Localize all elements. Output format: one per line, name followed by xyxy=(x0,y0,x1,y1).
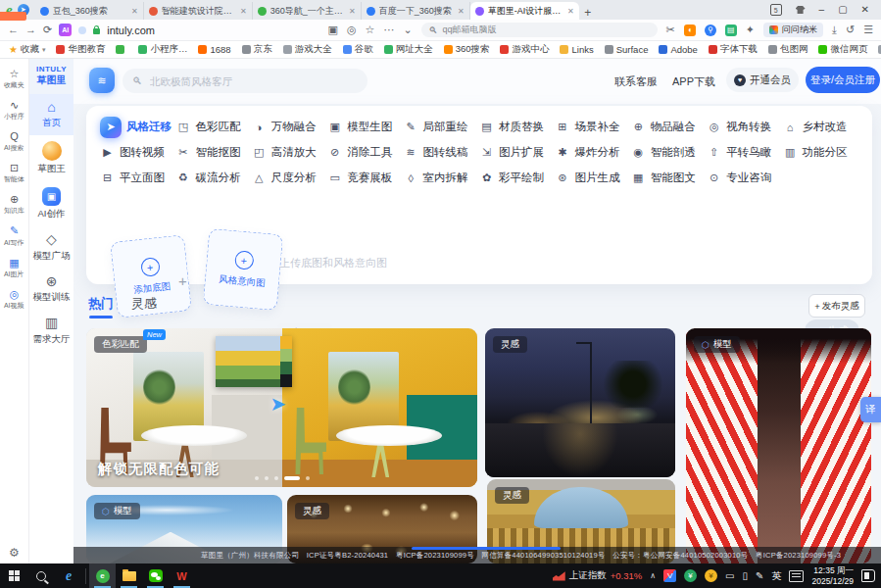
bookmarks-favorites[interactable]: ★ 收藏 ▾ xyxy=(9,43,45,56)
tool-item-18[interactable]: ◉ 智能剖透 xyxy=(631,142,707,163)
tray-device-icon[interactable]: ▯ xyxy=(743,570,749,581)
forward-icon[interactable]: → xyxy=(25,24,36,35)
rail-item[interactable]: ☆ 收藏夹 xyxy=(3,68,25,90)
publish-button[interactable]: + 发布灵感 xyxy=(808,294,865,318)
ie-button[interactable]: e xyxy=(55,564,82,588)
omni-search[interactable]: 🔍︎ qq邮箱电脑版 xyxy=(421,23,658,37)
tool-item-4[interactable]: ▣ 模型生图 xyxy=(327,117,403,137)
bookmark-item[interactable]: 1688 xyxy=(198,44,230,55)
favorite-star-icon[interactable]: ☆ xyxy=(366,24,375,35)
bookmark-item[interactable]: Surface xyxy=(605,44,649,55)
dropdown-caret-icon[interactable]: ⌄ xyxy=(403,24,412,35)
card-inspiration-night[interactable]: 灵感 xyxy=(485,328,675,477)
bookmark-item[interactable]: Links xyxy=(560,44,593,55)
tool-item-14[interactable]: ⊘ 消除工具 xyxy=(327,142,403,163)
input-language[interactable]: 英 xyxy=(771,569,781,583)
app-wps[interactable]: W xyxy=(169,564,195,588)
browser-tab-4[interactable]: 百度一下_360搜索 ✕ xyxy=(362,2,470,20)
theme-skin-icon[interactable] xyxy=(796,6,806,14)
filter-button[interactable]: ≋ xyxy=(89,68,115,93)
tab-hot[interactable]: 热门 xyxy=(88,295,114,313)
start-button[interactable] xyxy=(0,564,27,588)
gamepad-icon[interactable]: ◖ xyxy=(684,24,696,36)
tool-item-13[interactable]: ◰ 高清放大 xyxy=(252,142,327,163)
tool-item-3[interactable]: ◑ 万物融合 xyxy=(252,117,327,137)
taskbar-search-button[interactable] xyxy=(27,564,55,588)
tab-close-icon[interactable]: ✕ xyxy=(240,7,247,16)
browser-tab-1[interactable]: 豆包_360搜索 ✕ xyxy=(35,2,144,20)
magnifier-icon[interactable]: ⚲ xyxy=(705,24,716,36)
tool-item-8[interactable]: ⊕ 物品融合 xyxy=(631,117,707,137)
gear-icon[interactable]: ⚙ xyxy=(9,546,20,560)
app-wechat[interactable] xyxy=(142,564,169,588)
sidebar-item-model-training[interactable]: ⊛ 模型训练 xyxy=(29,269,73,310)
stock-ticker[interactable]: 上证指数 +0.31% xyxy=(553,569,643,582)
tray-pen-icon[interactable]: ✎ xyxy=(756,570,763,581)
tab-close-icon[interactable]: ✕ xyxy=(567,7,574,16)
notes-icon[interactable]: ▤ xyxy=(725,24,737,36)
lock-icon[interactable] xyxy=(93,28,100,34)
sidebar-item-ai-create[interactable]: ▣ AI创作 xyxy=(29,181,73,226)
taskbar-clock[interactable]: 12:35 周一 2025/12/29 xyxy=(811,565,854,586)
bookmark-item[interactable]: 字体下载 xyxy=(709,43,758,56)
tray-monitor-icon[interactable]: ▭ xyxy=(725,570,734,581)
promo-badge[interactable] xyxy=(0,12,26,21)
tool-item-12[interactable]: ✂ 智能抠图 xyxy=(175,142,251,163)
bookmark-item[interactable]: Adobe xyxy=(659,44,697,55)
bookmark-item[interactable] xyxy=(116,45,127,54)
bookmark-item[interactable]: 小程序… xyxy=(138,43,187,56)
screenshot-icon[interactable]: ▣ xyxy=(327,24,337,35)
ai-assistant-button[interactable]: 问问纳米 xyxy=(763,23,823,37)
close-button[interactable]: ✕ xyxy=(861,5,869,15)
rail-item[interactable]: ▦ AI图片 xyxy=(3,257,24,279)
url-text[interactable]: intuly.com xyxy=(107,24,155,36)
maximize-button[interactable]: ▢ xyxy=(838,5,847,15)
rail-item[interactable]: ⊕ 知识库 xyxy=(3,193,25,216)
bookmark-item[interactable]: 包图网 xyxy=(768,43,808,56)
more-icon[interactable]: ⋯ xyxy=(383,24,394,35)
back-icon[interactable]: ← xyxy=(8,24,19,35)
minimize-button[interactable]: – xyxy=(819,5,825,15)
tool-item-2[interactable]: ◳ 色彩匹配 xyxy=(175,117,251,137)
bookmark-item[interactable]: 游戏大全 xyxy=(283,43,332,56)
translate-button[interactable]: 译 xyxy=(860,397,881,422)
account-icon[interactable]: ◎ xyxy=(347,24,357,35)
tool-item-6[interactable]: ▤ 材质替换 xyxy=(479,117,555,137)
reload-icon[interactable]: ⟳ xyxy=(43,24,52,35)
tool-item-9[interactable]: ◎ 视角转换 xyxy=(707,117,782,137)
action-center-icon[interactable] xyxy=(861,569,875,582)
bookmark-item[interactable]: 京东 xyxy=(242,43,272,56)
site-logo[interactable]: INTULY 草图里 xyxy=(29,59,73,94)
tool-item-15[interactable]: ≋ 图转线稿 xyxy=(404,142,479,163)
tab-close-icon[interactable]: ✕ xyxy=(349,7,356,16)
scissors-icon[interactable]: ✂ xyxy=(666,24,675,35)
tab-inspiration[interactable]: 灵感 xyxy=(131,295,157,313)
app-file-explorer[interactable] xyxy=(116,564,142,588)
browser-tab-5[interactable]: 草图里-AI设计服务商 ✕ xyxy=(470,2,579,20)
vip-button[interactable]: ♥ 开通会员 xyxy=(726,68,799,92)
browser-tab-2[interactable]: 智能建筑设计院与草图里公… ✕ xyxy=(144,2,253,20)
bookmark-item[interactable]: 微信网页 xyxy=(818,43,867,56)
bookmark-item[interactable]: 网址大全 xyxy=(384,43,433,56)
tray-gold-coin-icon[interactable]: ¥ xyxy=(705,569,717,582)
menu-icon[interactable]: ☰ xyxy=(863,24,873,35)
extension-icon[interactable]: ✦ xyxy=(746,24,755,35)
rail-item[interactable]: Q AI搜索 xyxy=(3,130,24,153)
contact-link[interactable]: 联系客服 xyxy=(614,74,658,89)
tab-close-icon[interactable]: ✕ xyxy=(131,7,138,16)
rail-item[interactable]: ◎ AI视频 xyxy=(3,288,24,311)
tool-item-20[interactable]: ▥ 功能分区 xyxy=(783,142,858,163)
bookmark-item[interactable]: 华图教育 xyxy=(56,43,105,56)
bookmark-item[interactable]: 谷歌 xyxy=(343,43,373,56)
bookmark-item[interactable]: 游戏中心 xyxy=(500,43,549,56)
rail-item[interactable]: ✎ AI写作 xyxy=(3,224,24,247)
tool-item-11[interactable]: ▶ 图转视频 xyxy=(100,142,175,163)
site-search-input[interactable] xyxy=(148,74,358,88)
carousel-dots[interactable] xyxy=(86,476,477,480)
tray-v-icon[interactable]: V xyxy=(663,569,676,582)
sidebar-item-caotuwang[interactable]: 草图王 xyxy=(29,135,73,181)
sidebar-item-model-plaza[interactable]: ◇ 模型广场 xyxy=(29,226,73,268)
tool-item-16[interactable]: ⇲ 图片扩展 xyxy=(479,142,555,163)
sidebar-item-demand-hall[interactable]: ▥ 需求大厅 xyxy=(29,310,73,351)
card-color-match[interactable]: ➤ 色彩匹配 New 解锁无限配色可能 xyxy=(86,328,477,487)
